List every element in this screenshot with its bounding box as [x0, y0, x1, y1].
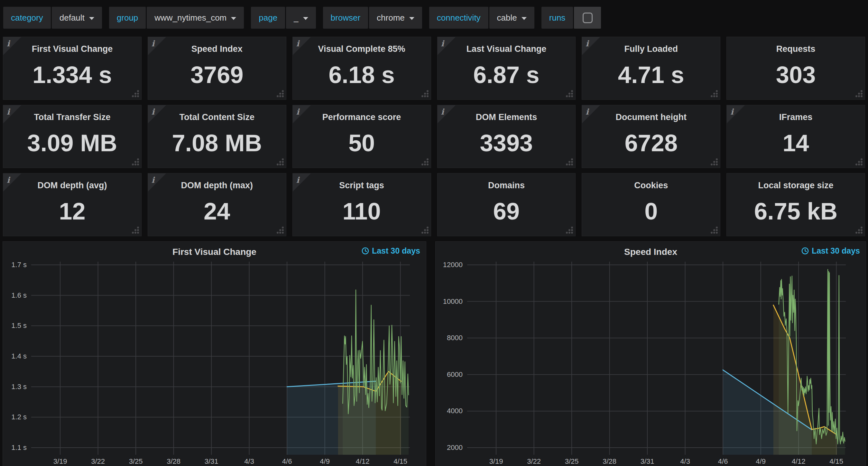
y-axis-label: 1.3 s [3, 383, 27, 391]
stat-title: Domains [438, 181, 576, 190]
resize-handle-icon[interactable] [131, 89, 140, 98]
info-icon[interactable]: i [7, 107, 10, 117]
time-range-button[interactable]: Last 30 days [801, 246, 860, 255]
stat-panel-total-content-size: iTotal Content Size7.08 MB [148, 105, 286, 168]
resize-handle-icon[interactable] [131, 157, 140, 166]
stat-title: Document height [582, 112, 720, 122]
info-icon[interactable]: i [296, 107, 300, 117]
stat-panel-dom-depth-avg: iDOM depth (avg)12 [3, 173, 142, 236]
y-axis-label: 1.2 s [3, 413, 27, 421]
filter-category: category default [3, 7, 102, 29]
info-icon[interactable]: i [730, 107, 734, 117]
y-axis-label: 4000 [436, 407, 463, 415]
stat-panel-local-storage-size: iLocal storage size6.75 kB [726, 173, 865, 236]
info-icon[interactable]: i [152, 39, 155, 48]
stat-title: Speed Index [148, 44, 286, 54]
x-axis-label: 3/19 [42, 457, 78, 466]
caret-down-icon [522, 17, 527, 20]
resize-handle-icon[interactable] [855, 226, 863, 234]
y-axis-label: 1.5 s [3, 321, 27, 330]
stat-panel-requests: iRequests303 [726, 37, 865, 100]
resize-handle-icon[interactable] [710, 226, 718, 234]
y-axis-label: 2000 [436, 443, 463, 452]
time-range-button[interactable]: Last 30 days [362, 246, 420, 255]
stat-title: Requests [727, 44, 865, 54]
resize-handle-icon[interactable] [421, 157, 429, 166]
checkbox-unchecked-icon [583, 12, 593, 23]
info-corner [3, 105, 21, 123]
clock-icon [801, 247, 809, 254]
caret-down-icon [303, 17, 308, 20]
y-axis-label: 8000 [436, 334, 463, 342]
stat-title: DOM depth (avg) [3, 181, 141, 190]
stat-value: 4.71 s [582, 61, 720, 89]
info-icon[interactable]: i [152, 176, 155, 185]
filter-group-label: group [109, 7, 146, 29]
x-axis-label: 4/9 [307, 457, 343, 466]
resize-handle-icon[interactable] [565, 89, 574, 98]
resize-handle-icon[interactable] [565, 226, 574, 234]
stat-value: 12 [3, 197, 141, 225]
stat-panel-last-visual-change: iLast Visual Change6.87 s [437, 37, 576, 100]
x-axis-label: 4/12 [345, 457, 380, 466]
info-icon[interactable]: i [441, 39, 444, 48]
info-icon[interactable]: i [296, 39, 300, 48]
filter-browser-value-text: chrome [377, 13, 405, 23]
x-axis-label: 3/22 [516, 457, 552, 466]
resize-handle-icon[interactable] [131, 226, 140, 234]
filter-category-label: category [3, 7, 51, 29]
info-corner [148, 37, 166, 55]
filter-page: page _ [251, 7, 316, 29]
y-axis-label: 6000 [436, 370, 463, 379]
caret-down-icon [409, 17, 414, 20]
resize-handle-icon[interactable] [276, 226, 284, 234]
filter-page-value[interactable]: _ [286, 7, 316, 29]
stat-value: 3769 [148, 61, 286, 89]
x-axis-label: 4/9 [743, 457, 779, 466]
resize-handle-icon[interactable] [421, 89, 429, 98]
chart-header: First Visual Change Last 30 days [3, 242, 426, 262]
info-corner [293, 105, 311, 123]
info-corner [293, 37, 311, 55]
resize-handle-icon[interactable] [276, 157, 284, 166]
info-corner [3, 174, 21, 191]
filter-group-value[interactable]: www_nytimes_com [147, 7, 244, 29]
filter-connectivity-label: connectivity [429, 7, 488, 29]
resize-handle-icon[interactable] [710, 157, 718, 166]
filter-category-value[interactable]: default [52, 7, 102, 29]
chart-plot-area[interactable]: 1.7 s1.6 s1.5 s1.4 s1.3 s1.2 s1.1 s3/193… [3, 262, 426, 466]
chart-plot-area[interactable]: 120001000080006000400020003/193/223/253/… [436, 262, 866, 466]
resize-handle-icon[interactable] [855, 89, 863, 98]
runs-checkbox[interactable] [574, 7, 601, 29]
info-corner [3, 37, 21, 55]
info-icon[interactable]: i [586, 39, 589, 48]
stat-title: Performance score [293, 112, 431, 122]
resize-handle-icon[interactable] [276, 89, 284, 98]
resize-handle-icon[interactable] [565, 157, 574, 166]
info-icon[interactable]: i [296, 176, 300, 185]
x-axis-label: 4/15 [383, 457, 418, 466]
resize-handle-icon[interactable] [855, 157, 863, 166]
stat-value: 3393 [438, 129, 576, 157]
filter-browser-label: browser [323, 7, 368, 29]
stat-title: DOM Elements [438, 112, 576, 122]
stat-title: Total Content Size [148, 112, 286, 122]
info-icon[interactable]: i [152, 107, 155, 117]
filter-connectivity-value[interactable]: cable [489, 7, 534, 29]
stat-panel-fully-loaded: iFully Loaded4.71 s [582, 37, 720, 100]
info-icon[interactable]: i [7, 39, 10, 48]
resize-handle-icon[interactable] [421, 226, 429, 234]
info-icon[interactable]: i [7, 176, 10, 185]
x-axis-label: 3/31 [194, 457, 229, 466]
stat-value: 6728 [582, 129, 720, 157]
info-icon[interactable]: i [586, 107, 589, 117]
stat-value: 6.18 s [293, 61, 431, 89]
x-axis-label: 3/22 [81, 457, 116, 466]
stat-panel-document-height: iDocument height6728 [582, 105, 720, 168]
info-icon[interactable]: i [441, 107, 444, 117]
filter-browser-value[interactable]: chrome [369, 7, 422, 29]
stat-value: 14 [727, 129, 865, 157]
stat-value: 6.87 s [438, 61, 576, 89]
y-axis-label: 1.7 s [3, 261, 27, 269]
resize-handle-icon[interactable] [710, 89, 718, 98]
